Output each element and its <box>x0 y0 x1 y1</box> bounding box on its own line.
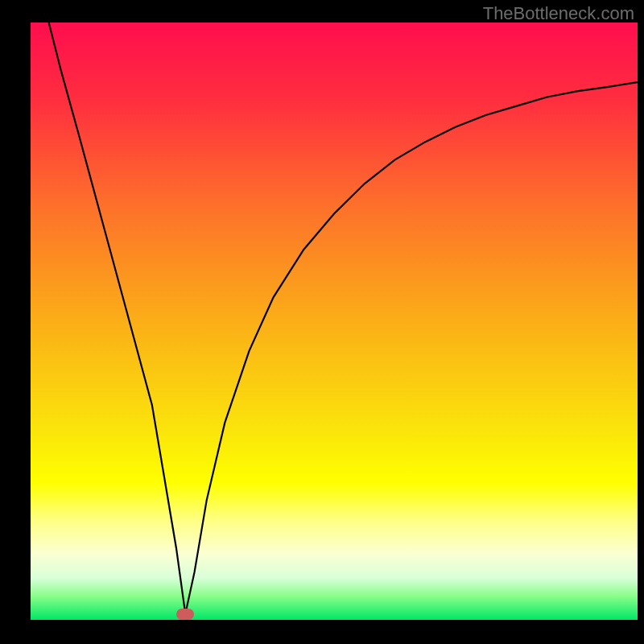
plot-area <box>31 23 638 620</box>
chart-frame: TheBottleneck.com <box>0 0 644 644</box>
optimal-point-marker <box>176 609 194 620</box>
watermark-text: TheBottleneck.com <box>483 3 634 24</box>
bottleneck-curve <box>31 23 638 620</box>
